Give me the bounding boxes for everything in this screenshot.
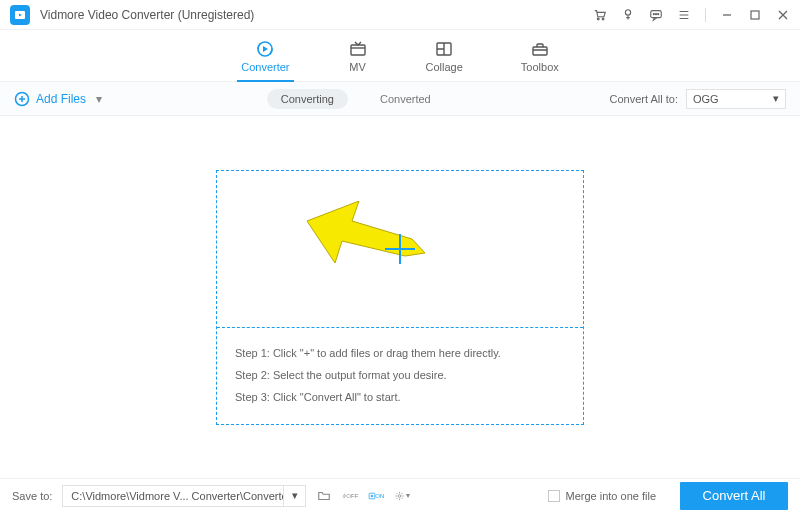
- app-logo-icon: [10, 5, 30, 25]
- add-files-label: Add Files: [36, 92, 86, 106]
- tab-converter[interactable]: Converter: [237, 34, 293, 77]
- mv-icon: [348, 40, 368, 58]
- chevron-down-icon: ▾: [283, 486, 305, 506]
- format-dropdown[interactable]: OGG ▾: [686, 89, 786, 109]
- hardware-accel-off-icon[interactable]: OFF: [342, 488, 358, 504]
- high-speed-on-icon[interactable]: ON: [368, 488, 384, 504]
- merge-label: Merge into one file: [566, 490, 657, 502]
- minimize-icon[interactable]: [720, 8, 734, 22]
- chevron-down-icon: ▾: [773, 92, 779, 105]
- step-3: Step 3: Click "Convert All" to start.: [235, 386, 565, 408]
- svg-point-17: [398, 494, 401, 497]
- svg-point-7: [658, 13, 659, 14]
- svg-point-2: [602, 18, 604, 20]
- svg-point-16: [371, 495, 373, 497]
- converter-icon: [255, 40, 275, 58]
- segment-converted[interactable]: Converted: [366, 89, 445, 109]
- svg-rect-12: [533, 47, 547, 55]
- window-title: Vidmore Video Converter (Unregistered): [40, 8, 593, 22]
- drop-zone[interactable]: Step 1: Click "+" to add files or drag t…: [216, 170, 584, 425]
- cart-icon[interactable]: [593, 8, 607, 22]
- save-to-label: Save to:: [12, 490, 52, 502]
- step-2: Step 2: Select the output format you des…: [235, 364, 565, 386]
- collage-icon: [434, 40, 454, 58]
- svg-rect-10: [351, 45, 365, 55]
- svg-rect-8: [751, 11, 759, 19]
- instructions: Step 1: Click "+" to add files or drag t…: [217, 328, 583, 424]
- toolbox-icon: [530, 40, 550, 58]
- convert-all-to-label: Convert All to:: [610, 93, 678, 105]
- plus-icon[interactable]: [385, 234, 415, 264]
- settings-icon[interactable]: ▾: [394, 488, 410, 504]
- format-value: OGG: [693, 93, 719, 105]
- save-path-dropdown[interactable]: C:\Vidmore\Vidmore V... Converter\Conver…: [62, 485, 306, 507]
- add-files-button[interactable]: Add Files ▾: [14, 91, 102, 107]
- main-area: Step 1: Click "+" to add files or drag t…: [0, 116, 800, 478]
- feedback-icon[interactable]: [649, 8, 663, 22]
- merge-checkbox[interactable]: [548, 490, 560, 502]
- tab-label: MV: [349, 61, 366, 73]
- maximize-icon[interactable]: [748, 8, 762, 22]
- close-icon[interactable]: [776, 8, 790, 22]
- tab-label: Converter: [241, 61, 289, 73]
- svg-point-1: [597, 18, 599, 20]
- tab-label: Collage: [426, 61, 463, 73]
- folder-icon[interactable]: [316, 488, 332, 504]
- tab-collage[interactable]: Collage: [422, 34, 467, 77]
- chevron-down-icon: ▾: [96, 92, 102, 106]
- titlebar-divider: [705, 8, 706, 22]
- segment-converting[interactable]: Converting: [267, 89, 348, 109]
- plus-circle-icon: [14, 91, 30, 107]
- menu-icon[interactable]: [677, 8, 691, 22]
- key-icon[interactable]: [621, 8, 635, 22]
- step-1: Step 1: Click "+" to add files or drag t…: [235, 342, 565, 364]
- save-path-value: C:\Vidmore\Vidmore V... Converter\Conver…: [63, 490, 283, 502]
- tab-label: Toolbox: [521, 61, 559, 73]
- tab-toolbox[interactable]: Toolbox: [517, 34, 563, 77]
- tab-mv[interactable]: MV: [344, 34, 372, 77]
- svg-point-3: [625, 9, 630, 14]
- svg-point-6: [655, 13, 656, 14]
- svg-point-5: [653, 13, 654, 14]
- convert-all-button[interactable]: Convert All: [680, 482, 788, 510]
